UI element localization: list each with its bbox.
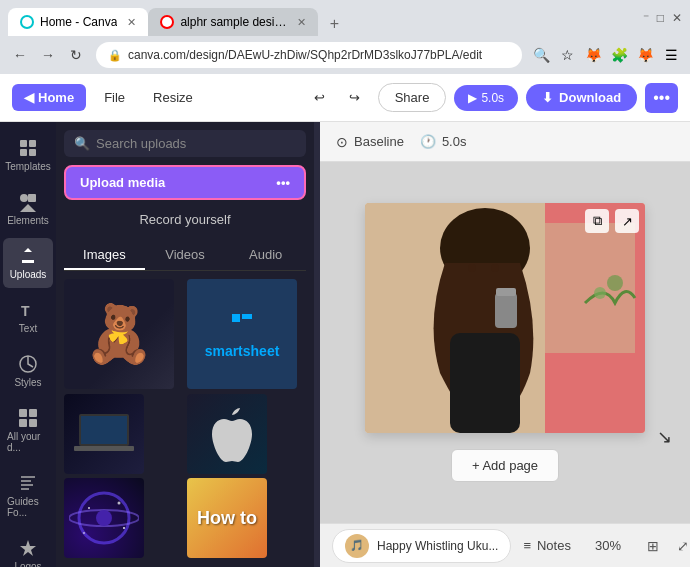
app-bar: ◀ Home File Resize ↩ ↪ Share ▶ 5.0s ⬇ Do… <box>0 74 690 122</box>
back-button[interactable]: ← <box>8 43 32 67</box>
browser-star-icon[interactable]: ☆ <box>556 44 578 66</box>
forward-button[interactable]: → <box>36 43 60 67</box>
page-share-button[interactable]: ↗ <box>615 209 639 233</box>
canvas-bottom: 🎵 Happy Whistling Uku... ≡ Notes 30% ⊞ ⤢… <box>320 523 690 567</box>
canvas-toolbar: ⊙ Baseline 🕐 5.0s <box>320 122 690 162</box>
redo-button[interactable]: ↪ <box>339 84 370 111</box>
media-thumb-smartsheet[interactable]: smartsheet <box>187 279 297 389</box>
sidebar-item-guides-label: Guides Fo... <box>7 496 49 518</box>
svg-rect-13 <box>19 419 27 427</box>
audio-item[interactable]: 🎵 Happy Whistling Uku... <box>332 529 511 563</box>
media-thumb-galaxy[interactable] <box>64 478 144 558</box>
page-duplicate-button[interactable]: ⧉ <box>585 209 609 233</box>
fullscreen-icon[interactable]: ⊞ <box>641 534 665 558</box>
canva-logo-icon: ◀ <box>24 90 34 105</box>
sidebar-item-templates[interactable]: Templates <box>3 130 53 180</box>
svg-rect-14 <box>29 419 37 427</box>
audio-label: Happy Whistling Uku... <box>377 539 498 553</box>
download-label: Download <box>559 90 621 105</box>
tab-images[interactable]: Images <box>64 241 145 270</box>
browser-tabs: Home - Canva ✕ alphr sample design - You… <box>8 0 346 36</box>
youtube-favicon <box>160 15 174 29</box>
zoom-level: 30% <box>595 538 621 553</box>
url-bar[interactable]: 🔒 canva.com/design/DAEwU-zhDiw/SQhp2rDrM… <box>96 42 522 68</box>
download-button[interactable]: ⬇ Download <box>526 84 637 111</box>
svg-rect-30 <box>545 223 635 353</box>
canvas-area: ⊙ Baseline 🕐 5.0s ⧉ ↗ <box>320 122 690 567</box>
canvas-content[interactable]: ⧉ ↗ <box>320 162 690 523</box>
svg-rect-35 <box>496 288 516 296</box>
share-label: Share <box>395 90 430 105</box>
upload-media-label: Upload media <box>80 175 165 190</box>
svg-point-39 <box>594 287 606 299</box>
search-bar: 🔍 <box>64 130 306 157</box>
add-tab-button[interactable]: + <box>322 12 346 36</box>
sidebar-item-templates-label: Templates <box>5 161 51 172</box>
duration-item: 🕐 5.0s <box>420 134 467 149</box>
tab-audio[interactable]: Audio <box>225 241 306 270</box>
sidebar-item-guides[interactable]: Guides Fo... <box>3 465 53 526</box>
record-yourself-button[interactable]: Record yourself <box>64 206 306 233</box>
browser-search-icon[interactable]: 🔍 <box>530 44 552 66</box>
svg-point-36 <box>468 264 476 272</box>
svg-rect-11 <box>19 409 27 417</box>
browser-puzzle-icon[interactable]: 🧩 <box>608 44 630 66</box>
canva-favicon <box>20 15 34 29</box>
tab-youtube-close[interactable]: ✕ <box>297 16 306 29</box>
undo-redo-group: ↩ ↪ <box>304 84 370 111</box>
sidebar-item-elements-label: Elements <box>7 215 49 226</box>
tab-canva[interactable]: Home - Canva ✕ <box>8 8 148 36</box>
tab-youtube[interactable]: alphr sample design - YouTube ✕ <box>148 8 318 36</box>
svg-marker-8 <box>20 204 36 212</box>
sidebar-item-styles[interactable]: Styles <box>3 346 53 396</box>
canvas-page: ⧉ ↗ <box>365 203 645 433</box>
svg-rect-2 <box>20 140 27 147</box>
expand-icon[interactable]: ⤢ <box>671 534 690 558</box>
file-menu[interactable]: File <box>94 84 135 111</box>
more-options-button[interactable]: ••• <box>645 83 678 113</box>
baseline-label: Baseline <box>354 134 404 149</box>
page-overlay-icons: ⧉ ↗ <box>585 209 639 233</box>
tab-canva-close[interactable]: ✕ <box>127 16 136 29</box>
media-thumb-dark-laptop[interactable] <box>64 394 144 474</box>
media-thumb-howto[interactable]: How to <box>187 478 267 558</box>
svg-rect-20 <box>74 446 134 451</box>
browser-user-icon[interactable]: 🦊 <box>582 44 604 66</box>
home-button[interactable]: ◀ Home <box>12 84 86 111</box>
play-button[interactable]: ▶ 5.0s <box>454 85 518 111</box>
search-input[interactable] <box>96 136 296 151</box>
svg-point-0 <box>22 17 32 27</box>
sidebar-item-all[interactable]: All your d... <box>3 400 53 461</box>
upload-media-button[interactable]: Upload media ••• <box>64 165 306 200</box>
more-icon: ••• <box>653 89 670 106</box>
nav-buttons: ← → ↻ <box>8 43 88 67</box>
add-page-label: + Add page <box>472 458 538 473</box>
tab-videos[interactable]: Videos <box>145 241 226 270</box>
svg-point-25 <box>118 502 121 505</box>
media-thumb-teddy[interactable]: 🧸 <box>64 279 174 389</box>
svg-point-37 <box>491 264 499 272</box>
browser-user2-icon[interactable]: 🦊 <box>634 44 656 66</box>
bottom-icons: ⊞ ⤢ ? <box>641 534 690 558</box>
svg-point-26 <box>123 527 125 529</box>
record-label: Record yourself <box>139 212 230 227</box>
add-page-button[interactable]: + Add page <box>451 449 559 482</box>
refresh-button[interactable]: ↻ <box>64 43 88 67</box>
share-button[interactable]: Share <box>378 83 447 112</box>
svg-rect-34 <box>495 293 517 328</box>
browser-menu-icon[interactable]: ☰ <box>660 44 682 66</box>
sidebar-item-uploads[interactable]: Uploads <box>3 238 53 288</box>
sidebar-item-text[interactable]: T Text <box>3 292 53 342</box>
notes-icon: ≡ <box>523 538 531 553</box>
notes-button[interactable]: ≡ Notes <box>523 538 571 553</box>
undo-button[interactable]: ↩ <box>304 84 335 111</box>
sidebar-item-elements[interactable]: Elements <box>3 184 53 234</box>
tab-youtube-label: alphr sample design - YouTube <box>180 15 287 29</box>
media-thumb-apple[interactable] <box>187 394 267 474</box>
media-grid: 🧸 smartsheet <box>64 279 306 559</box>
svg-rect-17 <box>242 314 252 319</box>
resize-menu[interactable]: Resize <box>143 84 203 111</box>
sidebar-item-logos[interactable]: Logos <box>3 530 53 567</box>
svg-point-23 <box>96 510 112 526</box>
sidebar-item-uploads-label: Uploads <box>10 269 47 280</box>
